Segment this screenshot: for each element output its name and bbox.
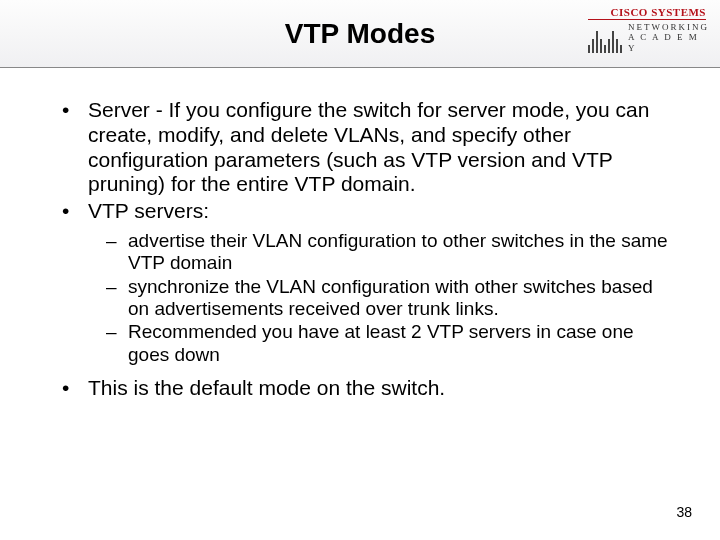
bullet-default-mode: This is the default mode on the switch. <box>88 376 680 401</box>
cisco-logo: CISCO SYSTEMS NETWORKING A C A D E M Y <box>588 6 706 66</box>
logo-academy-text: NETWORKING A C A D E M Y <box>628 22 709 53</box>
bridge-icon <box>588 23 622 53</box>
main-bullet-list: Server - If you configure the switch for… <box>40 98 680 401</box>
page-number: 38 <box>676 504 692 520</box>
slide-content: Server - If you configure the switch for… <box>0 68 720 401</box>
logo-brand-text: CISCO SYSTEMS <box>588 6 706 20</box>
sub-bullet-advertise: advertise their VLAN configuration to ot… <box>128 230 670 275</box>
sub-bullet-synchronize: synchronize the VLAN configuration with … <box>128 276 670 321</box>
bullet-vtp-servers-label: VTP servers: <box>88 199 209 222</box>
slide-header: VTP Modes CISCO SYSTEMS NETWORKING A C A… <box>0 0 720 68</box>
bullet-vtp-servers: VTP servers: advertise their VLAN config… <box>88 199 680 366</box>
sub-bullet-list: advertise their VLAN configuration to ot… <box>88 230 670 366</box>
bullet-server: Server - If you configure the switch for… <box>88 98 680 197</box>
sub-bullet-recommended: Recommended you have at least 2 VTP serv… <box>128 321 670 366</box>
